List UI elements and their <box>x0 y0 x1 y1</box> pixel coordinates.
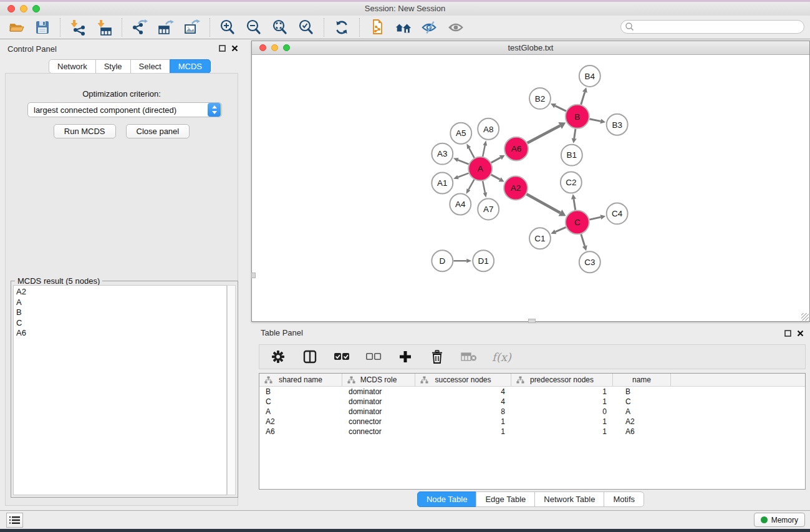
cell-name[interactable]: A6 <box>613 427 671 436</box>
cell-MCDS-role[interactable]: connector <box>342 427 415 436</box>
search-input[interactable] <box>635 21 804 32</box>
cell-name[interactable]: A <box>613 407 671 416</box>
export-table-icon[interactable] <box>157 19 175 36</box>
edge-B-B3[interactable] <box>589 119 600 122</box>
cell-successor-nodes[interactable]: 4 <box>415 397 511 406</box>
table-row[interactable]: Cdominator41C <box>259 397 805 407</box>
save-session-icon[interactable] <box>34 19 51 36</box>
tab-style[interactable]: Style <box>95 59 131 74</box>
edge-A-A5[interactable] <box>469 148 475 158</box>
tab-network[interactable]: Network <box>49 59 96 74</box>
run-mcds-button[interactable]: Run MCDS <box>54 124 116 138</box>
edge-A-A7[interactable] <box>483 181 485 193</box>
network-window-titlebar[interactable]: testGlobe.txt <box>252 41 809 55</box>
float-panel-icon[interactable] <box>219 45 226 52</box>
zoom-fit-icon[interactable] <box>271 19 289 36</box>
close-panel-icon[interactable] <box>231 45 238 52</box>
edge-A-A6[interactable] <box>491 158 501 163</box>
edge-B-B1[interactable] <box>574 129 576 138</box>
cell-MCDS-role[interactable]: dominator <box>342 397 415 406</box>
open-session-icon[interactable] <box>369 19 386 36</box>
table-row[interactable]: Adominator80A <box>259 407 805 417</box>
splitter-handle-bottom[interactable] <box>528 319 536 323</box>
edge-A-A2[interactable] <box>491 175 500 180</box>
zoom-selected-icon[interactable] <box>297 19 315 36</box>
cell-predecessor-nodes[interactable]: 1 <box>511 387 613 396</box>
task-history-button[interactable] <box>6 513 23 528</box>
result-item[interactable]: A2 <box>16 287 226 297</box>
add-column-icon[interactable] <box>397 348 414 365</box>
network-canvas[interactable]: B4B2BB3A5A8A6A3B1AA1C2A2A4A7C4CC1C3DD1 <box>252 56 809 321</box>
node-table[interactable]: shared nameMCDS rolesuccessor nodesprede… <box>259 373 806 490</box>
cell-predecessor-nodes[interactable]: 1 <box>511 417 613 426</box>
edge-A6-B[interactable] <box>528 125 561 143</box>
refresh-icon[interactable] <box>333 19 350 36</box>
tab-node-table[interactable]: Node Table <box>417 491 477 507</box>
result-item[interactable]: A <box>16 297 226 308</box>
show-all-icon[interactable] <box>447 19 465 36</box>
edge-A-A1[interactable] <box>458 173 469 177</box>
edge-C-C4[interactable] <box>589 217 600 220</box>
column-header-predecessor-nodes[interactable]: predecessor nodes <box>511 374 613 386</box>
memory-button[interactable]: Memory <box>754 513 805 527</box>
table-settings-icon[interactable] <box>269 348 287 365</box>
result-item[interactable]: B <box>16 307 226 318</box>
zoom-out-icon[interactable] <box>245 19 263 36</box>
zoom-in-icon[interactable] <box>219 19 236 36</box>
cell-successor-nodes[interactable]: 1 <box>415 417 511 426</box>
cell-shared-name[interactable]: A <box>259 407 342 416</box>
result-item[interactable]: A6 <box>16 328 226 339</box>
deselect-all-icon[interactable] <box>365 348 382 365</box>
hide-selected-icon[interactable] <box>421 19 438 36</box>
cell-name[interactable]: A2 <box>613 417 671 426</box>
table-row[interactable]: Bdominator41B <box>259 387 805 397</box>
edge-C-C2[interactable] <box>574 199 576 210</box>
cell-name[interactable]: B <box>613 387 671 396</box>
table-row[interactable]: A2connector11A2 <box>259 417 805 427</box>
table-row[interactable]: A6connector11A6 <box>259 427 805 437</box>
resize-grip-icon[interactable] <box>801 313 809 321</box>
tab-motifs[interactable]: Motifs <box>604 491 644 507</box>
close-panel-button[interactable]: Close panel <box>126 124 190 138</box>
cell-shared-name[interactable]: B <box>259 387 342 396</box>
cell-successor-nodes[interactable]: 1 <box>415 427 511 436</box>
cell-MCDS-role[interactable]: dominator <box>342 407 415 416</box>
import-table-icon[interactable] <box>95 19 113 36</box>
close-table-panel-icon[interactable] <box>797 330 804 337</box>
select-all-icon[interactable] <box>333 348 350 365</box>
cell-MCDS-role[interactable]: dominator <box>342 387 415 396</box>
mcds-result-list[interactable]: A2ABCA6 <box>13 285 227 495</box>
import-network-icon[interactable] <box>69 19 87 36</box>
result-item[interactable]: C <box>16 318 226 329</box>
cell-MCDS-role[interactable]: connector <box>342 417 415 426</box>
edge-B-B2[interactable] <box>555 106 566 112</box>
edge-C-C1[interactable] <box>556 227 566 231</box>
tab-select[interactable]: Select <box>130 59 170 74</box>
network-graph[interactable]: B4B2BB3A5A8A6A3B1AA1C2A2A4A7C4CC1C3DD1 <box>252 56 809 321</box>
column-header-MCDS-role[interactable]: MCDS role <box>342 374 415 386</box>
tab-edge-table[interactable]: Edge Table <box>476 491 535 507</box>
edge-A-A4[interactable] <box>468 180 474 190</box>
edge-A2-C[interactable] <box>526 194 560 213</box>
cell-predecessor-nodes[interactable]: 1 <box>511 397 613 406</box>
cell-predecessor-nodes[interactable]: 0 <box>511 407 613 416</box>
open-file-icon[interactable] <box>7 19 25 36</box>
cell-shared-name[interactable]: A2 <box>259 417 342 426</box>
column-layout-icon[interactable] <box>301 348 319 365</box>
delete-table-icon[interactable] <box>460 348 478 365</box>
cell-name[interactable]: C <box>613 397 671 406</box>
result-scrollbar[interactable] <box>227 285 236 495</box>
edge-A-A3[interactable] <box>458 160 468 164</box>
edge-A-A8[interactable] <box>483 145 485 157</box>
float-table-panel-icon[interactable] <box>784 330 791 337</box>
export-image-icon[interactable] <box>183 19 201 36</box>
export-network-icon[interactable] <box>131 19 148 36</box>
function-builder-icon[interactable]: f(x) <box>492 351 511 364</box>
tab-network-table[interactable]: Network Table <box>534 491 604 507</box>
tab-mcds[interactable]: MCDS <box>170 59 211 74</box>
edge-B-B4[interactable] <box>581 92 585 105</box>
criterion-dropdown[interactable]: largest connected component (directed) <box>27 102 222 117</box>
delete-column-icon[interactable] <box>428 348 446 365</box>
cell-predecessor-nodes[interactable]: 1 <box>511 427 613 436</box>
splitter-handle-left[interactable] <box>251 273 256 278</box>
